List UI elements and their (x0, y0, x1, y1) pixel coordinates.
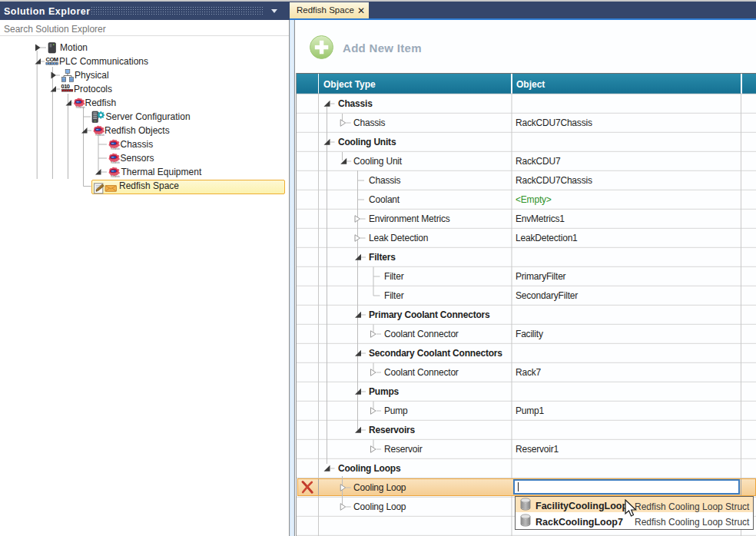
svg-text:Redfish: Redfish (111, 161, 120, 164)
svg-text:Redfish: Redfish (76, 106, 85, 109)
svg-text:COM: COM (46, 56, 58, 63)
svg-text:010: 010 (61, 83, 70, 90)
svg-text:Redfish: Redfish (95, 134, 104, 137)
svg-text:Redfish: Redfish (111, 175, 120, 178)
svg-text:Redfish: Redfish (111, 147, 120, 151)
